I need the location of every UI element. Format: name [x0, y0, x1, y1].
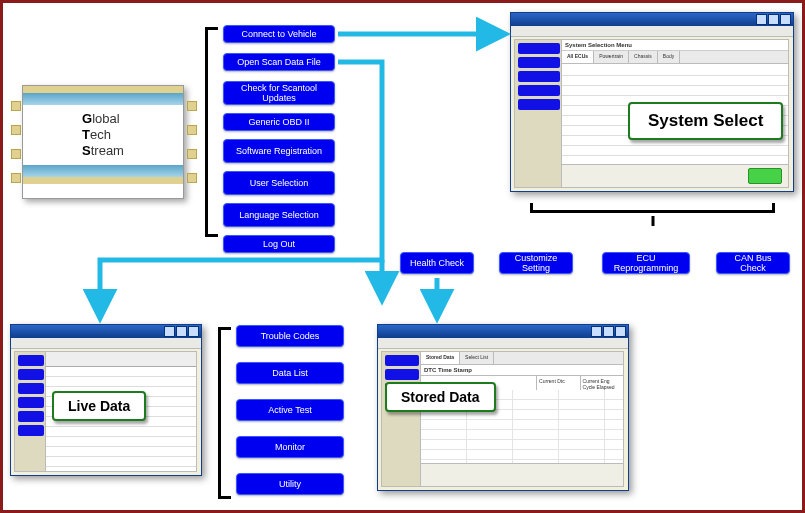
log-out-button[interactable]: Log Out: [223, 235, 335, 253]
data-list-button[interactable]: Data List: [236, 362, 344, 384]
splash-dots-left: [11, 94, 19, 190]
tab[interactable]: All ECUs: [562, 51, 594, 63]
active-test-button[interactable]: Active Test: [236, 399, 344, 421]
sidebar-button[interactable]: [385, 355, 419, 366]
can-bus-check-button[interactable]: CAN Bus Check: [716, 252, 790, 274]
window-content: Stored DataSelect List DTC Time Stamp Cu…: [420, 351, 624, 487]
sidebar-button[interactable]: [518, 57, 560, 68]
tab[interactable]: Body: [658, 51, 680, 63]
window-titlebar: [511, 13, 793, 26]
window-titlebar: [11, 325, 201, 338]
bracket-diag-menu: [218, 327, 221, 499]
language-selection-button[interactable]: Language Selection: [223, 203, 335, 227]
callout-system-select: System Select: [628, 102, 783, 140]
sidebar-button[interactable]: [18, 411, 44, 422]
sidebar-button[interactable]: [385, 369, 419, 380]
connect-to-vehicle-button[interactable]: Connect to Vehicle: [223, 25, 335, 43]
frame-border: [0, 0, 3, 513]
content-title: DTC Time Stamp: [421, 365, 623, 376]
monitor-button[interactable]: Monitor: [236, 436, 344, 458]
callout-live-data: Live Data: [52, 391, 146, 421]
sidebar-button[interactable]: [18, 425, 44, 436]
window-sidebar: [381, 351, 423, 487]
ok-button[interactable]: [748, 168, 782, 184]
utility-button[interactable]: Utility: [236, 473, 344, 495]
sidebar-button[interactable]: [18, 383, 44, 394]
frame-border: [0, 0, 805, 3]
tab[interactable]: Chassis: [629, 51, 658, 63]
content-title: System Selection Menu: [562, 40, 788, 51]
health-check-button[interactable]: Health Check: [400, 252, 474, 274]
user-selection-button[interactable]: User Selection: [223, 171, 335, 195]
bracket-main-menu: [205, 27, 208, 237]
tab[interactable]: Stored Data: [421, 352, 460, 364]
tab[interactable]: Select List: [460, 352, 494, 364]
splash-dots-right: [187, 94, 195, 190]
bracket-system-select: [530, 210, 775, 213]
flow-diagram: Global Tech Stream Connect to Vehicle Op…: [0, 0, 805, 513]
generic-obd-button[interactable]: Generic OBD II: [223, 113, 335, 131]
window-footer: [562, 164, 788, 187]
callout-stored-data: Stored Data: [385, 382, 496, 412]
open-scan-data-file-button[interactable]: Open Scan Data File: [223, 53, 335, 71]
splash-global-tech-stream: Global Tech Stream: [22, 85, 184, 199]
trouble-codes-button[interactable]: Trouble Codes: [236, 325, 344, 347]
sidebar-button[interactable]: [518, 43, 560, 54]
ecu-reprogramming-button[interactable]: ECU Reprogramming: [602, 252, 690, 274]
sidebar-button[interactable]: [518, 85, 560, 96]
sidebar-button[interactable]: [518, 99, 560, 110]
tab[interactable]: Powertrain: [594, 51, 629, 63]
sidebar-button[interactable]: [18, 355, 44, 366]
window-titlebar: [378, 325, 628, 338]
check-updates-button[interactable]: Check for Scantool Updates: [223, 81, 335, 105]
software-registration-button[interactable]: Software Registration: [223, 139, 335, 163]
window-sidebar: [514, 39, 564, 188]
sidebar-button[interactable]: [18, 369, 44, 380]
customize-setting-button[interactable]: Customize Setting: [499, 252, 573, 274]
window-sidebar: [14, 351, 48, 472]
tab-row: All ECUs Powertrain Chassis Body: [562, 51, 788, 64]
sidebar-button[interactable]: [18, 397, 44, 408]
sidebar-button[interactable]: [518, 71, 560, 82]
